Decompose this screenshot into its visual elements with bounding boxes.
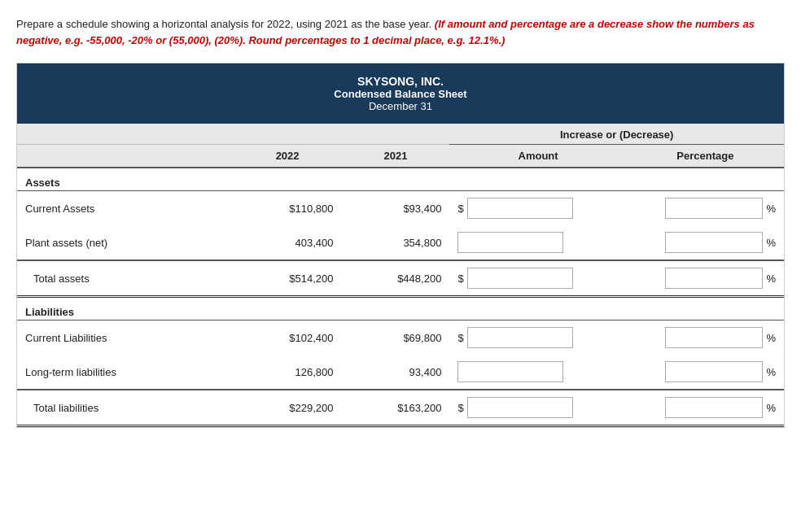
pct-sign-liabilities-2: % xyxy=(766,402,776,414)
amount-input-liabilities-0[interactable] xyxy=(467,327,573,348)
label-liabilities-1: Long-term liabilities xyxy=(17,355,234,390)
dollar-sign-amount-liabilities-0: $ xyxy=(457,332,463,344)
empty-header xyxy=(17,124,234,145)
val2022-assets-1: 403,400 xyxy=(234,225,342,260)
pct-cell-assets-2[interactable]: % xyxy=(627,260,784,297)
val2021-assets-1: 354,800 xyxy=(342,225,450,260)
empty-year-header xyxy=(234,124,342,145)
balance-sheet-table: Increase or (Decrease) 2022 2021 Amount … xyxy=(17,124,784,427)
increase-decrease-header: Increase or (Decrease) xyxy=(449,124,784,145)
pct-input-assets-2[interactable] xyxy=(665,268,763,289)
instructions-block: Prepare a schedule showing a horizontal … xyxy=(16,16,785,48)
column-headers-row: 2022 2021 Amount Percentage xyxy=(17,145,784,168)
label-assets-1: Plant assets (net) xyxy=(17,225,234,260)
row-assets-1: Plant assets (net)403,400354,800% xyxy=(17,225,784,260)
pct-sign-assets-0: % xyxy=(766,203,776,215)
amount-cell-assets-0[interactable]: $ xyxy=(449,191,626,226)
row-assets-2: Total assets$514,200$448,200$% xyxy=(17,260,784,297)
pct-cell-assets-1[interactable]: % xyxy=(627,225,784,260)
val2021-assets-2: $448,200 xyxy=(342,260,450,297)
pct-cell-liabilities-1[interactable]: % xyxy=(627,355,784,390)
percentage-column-header: Percentage xyxy=(627,145,784,168)
company-name: SKYSONG, INC. xyxy=(25,75,776,88)
val2021-liabilities-0: $69,800 xyxy=(342,321,450,355)
amount-cell-assets-2[interactable]: $ xyxy=(449,260,626,297)
val2021-assets-0: $93,400 xyxy=(342,191,450,226)
amount-cell-liabilities-2[interactable]: $ xyxy=(449,390,626,426)
dollar-sign-amount-assets-0: $ xyxy=(457,203,463,215)
subheader-row: Increase or (Decrease) xyxy=(17,124,784,145)
val2022-assets-0: $110,800 xyxy=(234,191,342,226)
balance-sheet-container: SKYSONG, INC. Condensed Balance Sheet De… xyxy=(16,63,785,428)
pct-input-liabilities-2[interactable] xyxy=(665,397,763,418)
pct-sign-liabilities-1: % xyxy=(766,366,776,378)
label-liabilities-0: Current Liabilities xyxy=(17,321,234,355)
row-liabilities-1: Long-term liabilities126,80093,400% xyxy=(17,355,784,390)
pct-sign-assets-1: % xyxy=(766,237,776,249)
empty-year2-header xyxy=(342,124,450,145)
statement-title: Condensed Balance Sheet xyxy=(25,88,776,100)
table-header: SKYSONG, INC. Condensed Balance Sheet De… xyxy=(17,63,784,124)
row-assets-0: Current Assets$110,800$93,400$% xyxy=(17,191,784,226)
amount-input-assets-2[interactable] xyxy=(467,268,573,289)
year2-column-header: 2021 xyxy=(342,145,450,168)
pct-cell-liabilities-2[interactable]: % xyxy=(627,390,784,426)
section-assets-label: Assets xyxy=(17,168,784,191)
pct-cell-assets-0[interactable]: % xyxy=(627,191,784,226)
section-liabilities-header: Liabilities xyxy=(17,297,784,321)
dollar-sign-amount-liabilities-2: $ xyxy=(457,402,463,414)
amount-column-header: Amount xyxy=(449,145,626,168)
val2022-liabilities-0: $102,400 xyxy=(234,321,342,355)
label-column-header xyxy=(17,145,234,168)
pct-cell-liabilities-0[interactable]: % xyxy=(627,321,784,355)
instructions-text: Prepare a schedule showing a horizontal … xyxy=(16,18,431,30)
amount-cell-liabilities-1[interactable] xyxy=(449,355,626,390)
section-assets-header: Assets xyxy=(17,168,784,191)
label-assets-2: Total assets xyxy=(17,260,234,297)
row-liabilities-2: Total liabilities$229,200$163,200$% xyxy=(17,390,784,426)
val2022-liabilities-2: $229,200 xyxy=(234,390,342,426)
amount-input-assets-1[interactable] xyxy=(457,232,563,253)
amount-input-assets-0[interactable] xyxy=(467,198,573,219)
val2021-liabilities-2: $163,200 xyxy=(342,390,450,426)
statement-date: December 31 xyxy=(25,100,776,112)
pct-input-assets-0[interactable] xyxy=(665,198,763,219)
pct-input-liabilities-1[interactable] xyxy=(665,361,763,382)
row-liabilities-0: Current Liabilities$102,400$69,800$% xyxy=(17,321,784,355)
dollar-sign-amount-assets-2: $ xyxy=(457,273,463,285)
pct-sign-assets-2: % xyxy=(766,273,776,285)
year1-column-header: 2022 xyxy=(234,145,342,168)
val2022-liabilities-1: 126,800 xyxy=(234,355,342,390)
amount-input-liabilities-2[interactable] xyxy=(467,397,573,418)
amount-cell-liabilities-0[interactable]: $ xyxy=(449,321,626,355)
amount-input-liabilities-1[interactable] xyxy=(457,361,563,382)
val2022-assets-2: $514,200 xyxy=(234,260,342,297)
amount-cell-assets-1[interactable] xyxy=(449,225,626,260)
pct-input-liabilities-0[interactable] xyxy=(665,327,763,348)
pct-sign-liabilities-0: % xyxy=(766,332,776,344)
section-liabilities-label: Liabilities xyxy=(17,297,784,321)
label-liabilities-2: Total liabilities xyxy=(17,390,234,426)
val2021-liabilities-1: 93,400 xyxy=(342,355,450,390)
pct-input-assets-1[interactable] xyxy=(665,232,763,253)
label-assets-0: Current Assets xyxy=(17,191,234,226)
